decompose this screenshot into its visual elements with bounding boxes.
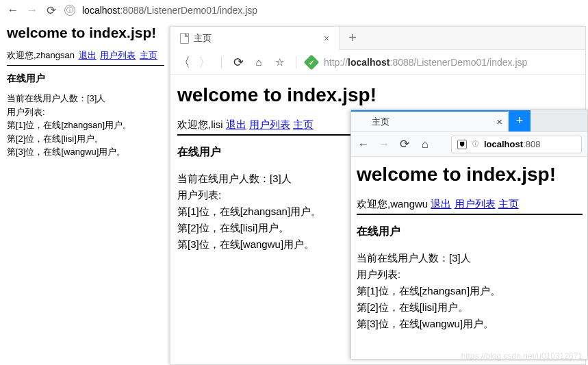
user-row: 第[2]位，在线[lisi]用户。 [357, 299, 582, 316]
tab-title: 主页 [194, 32, 212, 45]
forward-icon[interactable]: → [26, 3, 38, 17]
browser-nav-2: 〈 〉 ⟳ ⌂ ☆ ✓ http://localhost:8088/Listen… [170, 50, 585, 75]
url-scheme: http:// [324, 57, 348, 68]
tab-title: 主页 [372, 116, 389, 128]
forward-icon[interactable]: 〉 [198, 54, 212, 71]
userlist-link[interactable]: 用户列表 [249, 118, 290, 130]
nav-separator [221, 56, 222, 68]
address-bar-2[interactable]: http://localhost:8088/ListenerDemo01/ind… [324, 57, 527, 68]
greet-prefix: 欢迎您, [357, 198, 390, 210]
address-bar[interactable]: localhost:8088/ListenerDemo01/index.jsp [82, 5, 257, 16]
favorite-icon[interactable]: ☆ [272, 56, 286, 68]
user-list-header: 用户列表: [357, 266, 582, 283]
back-icon[interactable]: 〈 [177, 54, 191, 71]
userlist-link[interactable]: 用户列表 [100, 50, 136, 60]
site-info-icon[interactable]: ⓘ [472, 140, 478, 149]
reload-icon[interactable]: ⟳ [45, 3, 57, 18]
url-port: :8088 [120, 5, 144, 16]
page-icon [180, 33, 189, 44]
user-row: 第[1]位，在线[zhangsan]用户。 [357, 283, 582, 299]
greet-user: wangwu [390, 198, 428, 210]
reload-icon[interactable]: ⟳ [231, 55, 245, 70]
url-host: localhost [484, 139, 523, 149]
tab-strip-3: 主页 × + [351, 110, 587, 132]
tab-active[interactable]: 主页 × [351, 110, 509, 131]
greet-user: zhangsan [36, 50, 75, 60]
logout-link[interactable]: 退出 [226, 118, 246, 130]
page-content-3: welcome to index.jsp! 欢迎您,wangwu 退出 用户列表… [351, 157, 587, 339]
tab-active[interactable]: 主页 × [170, 27, 340, 50]
url-host: localhost [82, 5, 120, 16]
greet-user: lisi [211, 118, 223, 130]
new-tab-button[interactable]: + [509, 110, 531, 131]
nav-separator [296, 56, 296, 68]
user-row: 第[3]位，在线[wangwu]用户。 [357, 316, 582, 332]
page-title: welcome to index.jsp! [177, 84, 578, 106]
greeting-line: 欢迎您,wangwu 退出 用户列表 主页 [357, 198, 582, 211]
forward-icon[interactable]: → [377, 138, 391, 151]
home-icon[interactable]: ⌂ [418, 138, 432, 151]
separator [357, 214, 583, 215]
greet-prefix: 欢迎您, [7, 50, 36, 60]
shield-icon[interactable]: ⛊ [457, 140, 467, 149]
browser-window-3: 主页 × + ← → ⟳ ⌂ ⛊ ⓘ localhost:808 welcome… [350, 110, 588, 360]
online-users-body: 当前在线用户人数：[3]人 用户列表: 第[1]位，在线[zhangsan]用户… [357, 250, 582, 332]
home-link[interactable]: 主页 [140, 50, 157, 60]
home-link[interactable]: 主页 [293, 118, 314, 130]
site-info-icon[interactable]: ⓘ [64, 5, 75, 16]
home-link[interactable]: 主页 [498, 198, 519, 210]
back-icon[interactable]: ← [357, 138, 370, 151]
home-icon[interactable]: ⌂ [252, 56, 266, 68]
url-host: localhost [348, 57, 389, 68]
reload-icon[interactable]: ⟳ [398, 137, 411, 151]
online-count: 当前在线用户人数：[3]人 [357, 250, 582, 266]
address-bar-3[interactable]: ⛊ ⓘ localhost:808 [451, 136, 582, 153]
page-title: welcome to index.jsp! [357, 164, 582, 186]
tab-strip: 主页 × + [170, 27, 585, 50]
back-icon[interactable]: ← [7, 3, 19, 17]
separator [177, 134, 352, 136]
greet-prefix: 欢迎您, [177, 118, 211, 130]
url-port: :808 [523, 139, 540, 149]
browser-toolbar: ← → ⟳ ⓘ localhost:8088/ListenerDemo01/in… [0, 0, 588, 21]
url-path: /ListenerDemo01/index.jsp [144, 5, 257, 16]
url-port: :8088 [390, 57, 414, 68]
close-tab-icon[interactable]: × [324, 33, 329, 44]
new-tab-button[interactable]: + [340, 30, 366, 46]
url-text: localhost:808 [484, 139, 540, 149]
browser-nav-3: ← → ⟳ ⌂ ⛊ ⓘ localhost:808 [351, 132, 587, 157]
watermark: https://blog.csdn.net/u010312671 [461, 351, 583, 361]
secure-badge-icon[interactable]: ✓ [304, 54, 320, 70]
url-path: /ListenerDemo01/index.jsp [414, 57, 528, 68]
userlist-link[interactable]: 用户列表 [455, 198, 496, 210]
logout-link[interactable]: 退出 [79, 50, 97, 60]
close-tab-icon[interactable]: × [496, 116, 502, 127]
online-users-heading: 在线用户 [357, 225, 582, 239]
logout-link[interactable]: 退出 [431, 198, 451, 210]
separator [7, 65, 164, 66]
